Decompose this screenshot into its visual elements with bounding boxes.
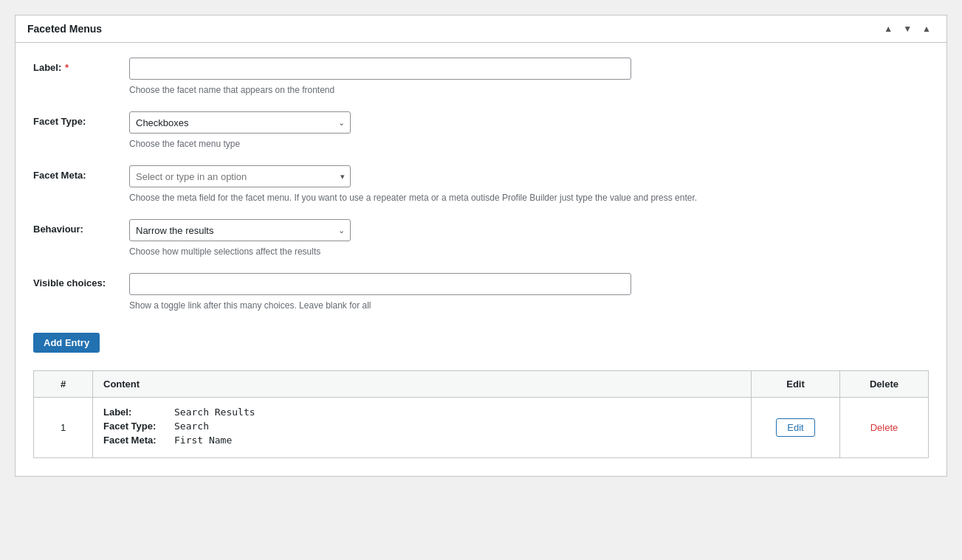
add-entry-button[interactable]: Add Entry <box>33 333 100 353</box>
col-header-hash: # <box>34 371 93 398</box>
content-label-val: Search Results <box>174 407 255 418</box>
facet-meta-label: Facet Meta: <box>33 165 129 181</box>
table-header: # Content Edit Delete <box>34 371 929 398</box>
behaviour-select[interactable]: Narrow the results Widen the results <box>129 219 351 241</box>
content-label-row: Label: Search Results <box>103 407 741 418</box>
content-facet-meta-row: Facet Meta: First Name <box>103 435 741 446</box>
label-field-wrapper: Choose the facet name that appears on th… <box>129 58 929 97</box>
table-body: 1 Label: Search Results Facet Type: Sear… <box>34 398 929 458</box>
table-header-row: # Content Edit Delete <box>34 371 929 398</box>
panel-title: Faceted Menus <box>27 23 102 35</box>
row-edit-button[interactable]: Edit <box>776 418 814 437</box>
label-field-label: Label: * <box>33 58 129 73</box>
behaviour-label: Behaviour: <box>33 219 129 235</box>
content-facet-meta-val: First Name <box>174 435 232 446</box>
visible-choices-desc: Show a toggle link after this many choic… <box>129 299 929 312</box>
facet-type-row: Facet Type: Checkboxes Radio Select Sear… <box>33 111 929 151</box>
facet-type-desc: Choose the facet menu type <box>129 137 929 151</box>
label-row: Label: * Choose the facet name that appe… <box>33 58 929 97</box>
facet-type-label: Facet Type: <box>33 111 129 127</box>
panel-body: Label: * Choose the facet name that appe… <box>16 43 946 476</box>
panel-header: Faceted Menus ▲ ▼ ▲ <box>16 15 946 43</box>
row-number: 1 <box>34 398 93 458</box>
col-header-content: Content <box>93 371 752 398</box>
facet-meta-select-wrapper: ▾ <box>129 165 351 187</box>
visible-choices-input[interactable] <box>129 273 631 295</box>
behaviour-desc: Choose how multiple selections affect th… <box>129 245 929 258</box>
content-facet-type-row: Facet Type: Search <box>103 421 741 432</box>
table-row: 1 Label: Search Results Facet Type: Sear… <box>34 398 929 458</box>
label-field-desc: Choose the facet name that appears on th… <box>129 83 929 97</box>
faceted-menus-panel: Faceted Menus ▲ ▼ ▲ Label: * Choose the … <box>15 15 947 477</box>
row-delete-button[interactable]: Delete <box>870 422 899 433</box>
col-header-delete: Delete <box>840 371 929 398</box>
collapse-down-button[interactable]: ▼ <box>899 23 915 35</box>
facet-meta-desc: Choose the meta field for the facet menu… <box>129 191 929 204</box>
content-label-key: Label: <box>103 407 170 418</box>
facet-meta-input[interactable] <box>129 165 351 187</box>
facet-meta-row: Facet Meta: ▾ Choose the meta field for … <box>33 165 929 204</box>
visible-choices-field-wrapper: Show a toggle link after this many choic… <box>129 273 929 312</box>
row-delete-cell: Delete <box>840 398 929 458</box>
facet-type-field-wrapper: Checkboxes Radio Select Search Date Rang… <box>129 111 929 151</box>
content-facet-type-key: Facet Type: <box>103 421 170 432</box>
label-input[interactable] <box>129 58 631 80</box>
visible-choices-row: Visible choices: Show a toggle link afte… <box>33 273 929 312</box>
behaviour-row: Behaviour: Narrow the results Widen the … <box>33 219 929 258</box>
required-star: * <box>62 62 69 73</box>
behaviour-select-wrapper: Narrow the results Widen the results ⌄ <box>129 219 351 241</box>
content-facet-type-val: Search <box>174 421 209 432</box>
facet-type-select[interactable]: Checkboxes Radio Select Search Date Rang… <box>129 111 351 134</box>
behaviour-field-wrapper: Narrow the results Widen the results ⌄ C… <box>129 219 929 258</box>
row-content: Label: Search Results Facet Type: Search… <box>93 398 752 458</box>
content-facet-meta-key: Facet Meta: <box>103 435 170 446</box>
toggle-button[interactable]: ▲ <box>918 23 935 35</box>
entries-table: # Content Edit Delete 1 Label: Search Re… <box>33 370 929 458</box>
col-header-edit: Edit <box>752 371 840 398</box>
facet-type-select-wrapper: Checkboxes Radio Select Search Date Rang… <box>129 111 351 134</box>
collapse-up-button[interactable]: ▲ <box>880 23 896 35</box>
row-edit-cell: Edit <box>752 398 840 458</box>
facet-meta-field-wrapper: ▾ Choose the meta field for the facet me… <box>129 165 929 204</box>
visible-choices-label: Visible choices: <box>33 273 129 288</box>
panel-header-controls: ▲ ▼ ▲ <box>880 23 935 35</box>
